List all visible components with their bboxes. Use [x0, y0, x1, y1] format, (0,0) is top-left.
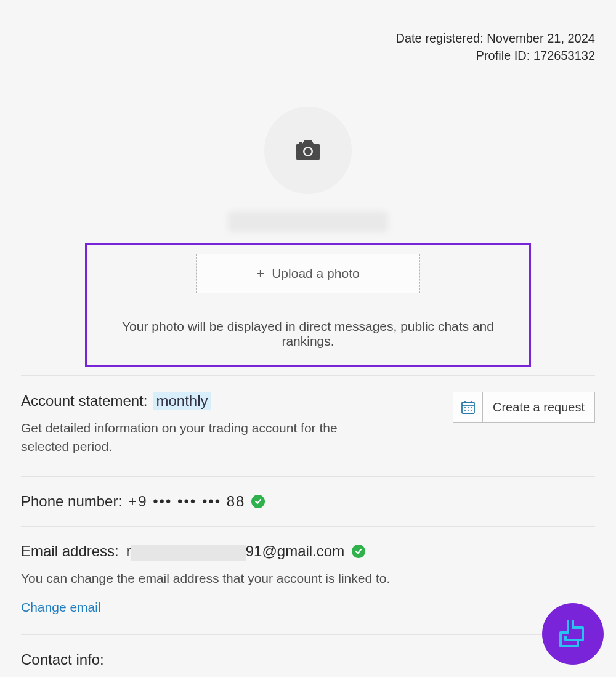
svg-point-12	[470, 410, 471, 411]
phone-label: Phone number:	[21, 493, 122, 510]
profile-id-value: 172653132	[533, 49, 595, 62]
svg-point-9	[470, 407, 471, 408]
brand-floating-badge[interactable]	[542, 603, 604, 665]
email-prefix: r	[126, 543, 131, 559]
verified-check-icon	[352, 545, 365, 558]
svg-point-10	[464, 410, 465, 411]
account-statement-title: Account statement: monthly	[21, 392, 211, 410]
plus-icon: +	[256, 266, 264, 282]
email-row: Email address: r91@gmail.com	[21, 543, 365, 561]
upload-photo-label: Upload a photo	[272, 266, 359, 281]
verified-check-icon	[251, 495, 265, 508]
svg-point-7	[464, 407, 465, 408]
date-registered-label: Date registered:	[395, 31, 483, 45]
upload-photo-highlight: + Upload a photo Your photo will be disp…	[85, 243, 531, 367]
email-desc: You can change the email address that yo…	[21, 569, 595, 588]
change-email-link[interactable]: Change email	[21, 600, 101, 615]
email-value: r91@gmail.com	[126, 543, 344, 561]
phone-row: Phone number: +9 ••• ••• ••• 88	[21, 493, 265, 510]
create-request-label: Create a request	[493, 400, 585, 415]
calendar-icon	[453, 392, 483, 422]
email-label: Email address:	[21, 543, 119, 560]
date-registered-value: November 21, 2024	[487, 31, 595, 45]
upload-photo-button[interactable]: + Upload a photo	[196, 254, 420, 293]
profile-id-label: Profile ID:	[476, 49, 530, 62]
create-request-button[interactable]: Create a request	[453, 392, 595, 423]
profile-name-redacted	[228, 211, 388, 232]
email-redacted	[131, 545, 246, 561]
brand-logo-icon	[556, 617, 590, 651]
profile-meta: Date registered: November 21, 2024 Profi…	[21, 0, 595, 83]
camera-icon	[296, 140, 320, 160]
email-suffix: 91@gmail.com	[246, 543, 344, 559]
account-statement-desc: Get detailed information on your trading…	[21, 419, 354, 456]
svg-rect-0	[299, 142, 302, 144]
phone-value: +9 ••• ••• ••• 88	[128, 493, 245, 510]
svg-point-11	[467, 410, 468, 411]
account-statement-label: Account statement:	[21, 392, 147, 410]
upload-photo-note: Your photo will be displayed in direct m…	[119, 319, 497, 349]
account-statement-period[interactable]: monthly	[153, 392, 210, 410]
svg-point-2	[305, 148, 312, 155]
contact-info-title: Contact info:	[21, 651, 104, 668]
avatar-placeholder[interactable]	[264, 107, 352, 194]
svg-point-8	[467, 407, 468, 408]
